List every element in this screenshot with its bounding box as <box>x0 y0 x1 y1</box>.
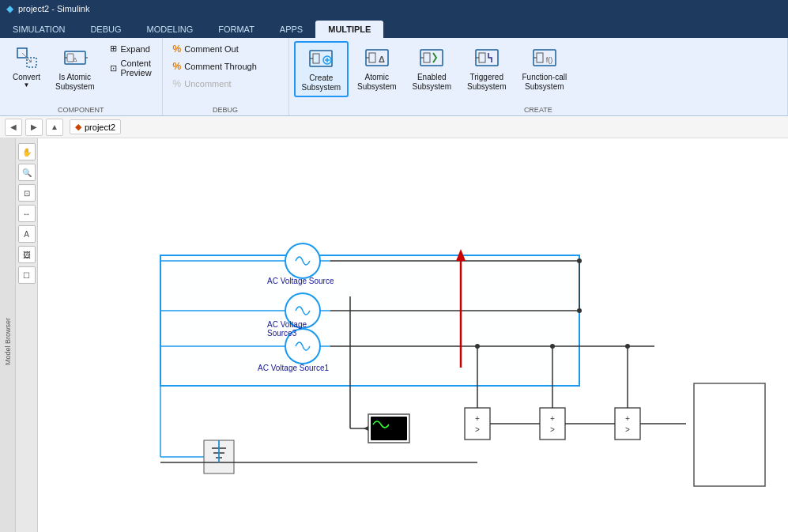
checkbox-tool-button[interactable]: ☐ <box>18 266 36 284</box>
breadcrumb-bar: ◀ ▶ ▲ ◆ project2 <box>0 116 788 138</box>
expand-label: Expand <box>120 44 149 54</box>
fit-button[interactable]: ⊡ <box>18 184 36 202</box>
hand-tool-button[interactable]: ✋ <box>18 143 36 160</box>
breadcrumb-icon: ◆ <box>75 122 81 132</box>
svg-rect-27 <box>537 53 543 62</box>
uncomment-button[interactable]: % Uncomment <box>168 76 262 92</box>
uncomment-label: Uncomment <box>184 79 231 89</box>
text-tool-button[interactable]: A <box>18 225 36 243</box>
svg-point-58 <box>550 344 555 349</box>
back-button[interactable]: ◀ <box>5 119 22 136</box>
up-button[interactable]: ▲ <box>46 119 63 136</box>
svg-point-51 <box>577 258 582 263</box>
arrow-tool-button[interactable]: ↔ <box>18 205 36 222</box>
enabled-subsystem-icon <box>419 45 444 70</box>
tab-apps[interactable]: APPS <box>267 21 315 38</box>
enabled-subsystem-label: EnabledSubsystem <box>413 73 451 92</box>
model-browser-label: Model Browser <box>4 318 12 365</box>
svg-text:+: + <box>475 414 480 423</box>
ac-source-3-label: AC Voltage Source1 <box>258 364 329 372</box>
breadcrumb-label: project2 <box>85 123 115 132</box>
atomic-subsystem-label: AtomicSubsystem <box>357 73 396 92</box>
convert-dropdown-icon: ▼ <box>24 81 30 89</box>
convert-icon <box>14 45 40 70</box>
ribbon-group-create: CreateSubsystem Δ AtomicSubsystem <box>289 38 788 115</box>
sum-block-1 <box>465 408 490 440</box>
expand-button[interactable]: ⊞ Expand <box>104 41 156 56</box>
svg-rect-9 <box>313 54 319 63</box>
create-subsystem-icon <box>308 46 334 71</box>
is-atomic-label: Is AtomicSubsystem <box>55 73 94 92</box>
svg-point-52 <box>577 308 582 313</box>
sum-block-2 <box>540 408 565 440</box>
create-subsystem-label: CreateSubsystem <box>302 74 341 92</box>
comment-out-label: Comment Out <box>184 44 238 54</box>
triggered-subsystem-icon <box>474 45 500 70</box>
svg-text:f(): f() <box>546 56 553 64</box>
debug-group-label: DEBUG <box>163 106 288 114</box>
svg-rect-41 <box>371 417 407 440</box>
app-icon: ◆ <box>6 3 13 14</box>
uncomment-icon: % <box>173 78 182 89</box>
ribbon: Convert ▼ Δ Is AtomicSubsystem <box>0 38 788 116</box>
svg-text:>: > <box>550 425 555 434</box>
ac-source-1-label: AC Voltage Source <box>267 277 334 285</box>
content-preview-icon: ⊡ <box>110 63 117 74</box>
comment-out-icon: % <box>173 43 182 55</box>
tab-simulation[interactable]: SIMULATION <box>0 21 77 38</box>
triggered-subsystem-button[interactable]: TriggeredSubsystem <box>460 41 513 96</box>
enabled-subsystem-button[interactable]: EnabledSubsystem <box>405 41 458 96</box>
image-tool-button[interactable]: 🖼 <box>18 246 36 263</box>
comment-through-button[interactable]: % Comment Through <box>168 58 262 74</box>
svg-marker-65 <box>364 426 368 431</box>
tab-multiple[interactable]: MULTIPLE <box>315 21 383 38</box>
comment-through-icon: % <box>173 61 182 72</box>
diagram-svg: + > + > + > <box>38 138 788 532</box>
function-call-subsystem-label: Function-callSubsystem <box>522 73 567 92</box>
create-subsystem-button[interactable]: CreateSubsystem <box>294 41 349 97</box>
sum-block-3 <box>615 408 640 440</box>
svg-text:Δ: Δ <box>379 55 385 64</box>
breadcrumb-project2[interactable]: ◆ project2 <box>70 119 121 134</box>
ribbon-group-debug: % Comment Out % Comment Through % Uncomm… <box>163 38 289 115</box>
tab-format[interactable]: FORMAT <box>205 21 267 38</box>
tab-debug[interactable]: DEBUG <box>77 21 134 38</box>
svg-rect-24 <box>479 53 485 62</box>
convert-label: Convert <box>13 73 40 81</box>
ribbon-group-component: Convert ▼ Δ Is AtomicSubsystem <box>0 38 163 115</box>
atomic-subsystem-create-icon: Δ <box>364 45 390 70</box>
convert-button[interactable]: Convert ▼ <box>5 41 48 92</box>
function-call-subsystem-icon: f() <box>532 45 557 70</box>
tool-sidebar: ✋ 🔍 ⊡ ↔ A 🖼 ☐ <box>16 138 38 532</box>
triggered-subsystem-label: TriggeredSubsystem <box>467 73 506 92</box>
comment-out-button[interactable]: % Comment Out <box>168 41 262 57</box>
forward-button[interactable]: ▶ <box>25 119 43 136</box>
svg-text:+: + <box>625 414 630 423</box>
main-area: Model Browser ✋ 🔍 ⊡ ↔ A 🖼 ☐ <box>0 138 788 532</box>
svg-text:>: > <box>475 425 480 434</box>
is-atomic-subsystem-button[interactable]: Δ Is AtomicSubsystem <box>48 41 101 96</box>
svg-point-57 <box>475 344 480 349</box>
window-title: project2 - Simulink <box>18 4 89 13</box>
svg-point-59 <box>625 344 630 349</box>
svg-rect-74 <box>694 383 765 486</box>
canvas: + > + > + > <box>38 138 788 532</box>
ac-source-2-label: AC VoltageSource3 <box>267 320 307 338</box>
function-call-subsystem-button[interactable]: f() Function-callSubsystem <box>515 41 574 96</box>
svg-text:+: + <box>550 414 555 423</box>
selection-box <box>160 255 579 386</box>
zoom-in-button[interactable]: 🔍 <box>18 164 36 181</box>
atomic-subsystem-button[interactable]: Δ AtomicSubsystem <box>350 41 403 96</box>
svg-rect-21 <box>424 53 430 62</box>
title-bar: ◆ project2 - Simulink <box>0 0 788 17</box>
svg-rect-17 <box>369 53 375 62</box>
comment-through-label: Comment Through <box>184 62 257 71</box>
svg-text:>: > <box>625 425 630 434</box>
svg-text:Δ: Δ <box>73 56 77 63</box>
model-browser-sidebar: Model Browser <box>0 138 16 532</box>
atomic-subsystem-icon: Δ <box>62 45 88 70</box>
content-preview-button[interactable]: ⊡ ContentPreview <box>104 56 156 80</box>
tab-modeling[interactable]: MODELING <box>134 21 206 38</box>
component-group-label: COMPONENT <box>0 106 162 114</box>
content-preview-label: ContentPreview <box>120 58 151 77</box>
